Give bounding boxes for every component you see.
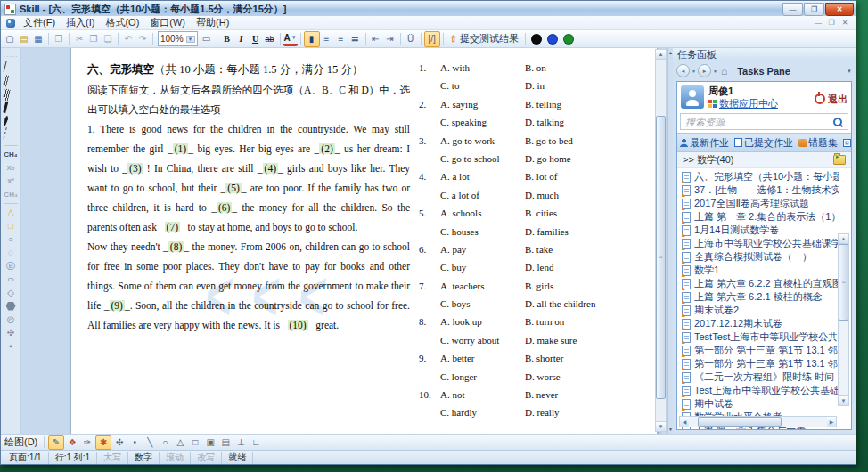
chevron-down-icon[interactable]: ▼	[692, 69, 696, 74]
list-item[interactable]: 2017全国Ⅱ卷高考理综试题	[682, 197, 839, 210]
triangle-tool[interactable]: △	[173, 436, 187, 449]
list-item[interactable]: 期中试卷	[682, 397, 839, 411]
axis-tool[interactable]: ⊥	[233, 436, 248, 449]
chevron-down-icon[interactable]: ▼	[713, 69, 717, 74]
mdi-restore-button[interactable]: ❐	[826, 19, 837, 27]
list-item[interactable]: 《二元一次方程组》限时练 时间：2017年3	[682, 370, 839, 384]
undo-button[interactable]: ↶	[121, 32, 135, 46]
tab-latest-homework[interactable]: 最新作业	[677, 136, 732, 150]
document-page[interactable]: <<< 六、完形填空（共 10 小题：每小题 1.5 分，满分 15 分） 阅读…	[70, 48, 658, 434]
square-shape-tool[interactable]: □	[3, 219, 19, 232]
document-scrollbar-thumb[interactable]	[656, 116, 666, 399]
ellipse-tool[interactable]: ○	[0, 273, 22, 286]
line-dashed-tool[interactable]	[0, 126, 20, 147]
status-dot-black[interactable]	[531, 34, 542, 45]
list-item[interactable]: 第一部分 第十三章 第1节 13.1 邻补角、对顶	[682, 344, 839, 357]
circle-shape-tool[interactable]: ○	[3, 232, 19, 246]
data-center-link[interactable]: 数据应用中心	[719, 97, 778, 110]
zoom-select[interactable]: 100%▼	[158, 31, 198, 46]
list-item[interactable]: 上篇 第六章 6.2.1 棱柱的概念	[682, 290, 839, 304]
benzene-ring-tool[interactable]: ◎	[3, 313, 19, 326]
scroll-up-icon[interactable]: ▲	[839, 234, 848, 244]
menu-item-4[interactable]: 帮助(H)	[191, 17, 234, 28]
strikethrough-button[interactable]: ab	[263, 32, 277, 46]
redo-button[interactable]: ↷	[135, 32, 150, 46]
document-scrollbar[interactable]: ▲ ▼	[655, 49, 667, 432]
save-button[interactable]: ▦	[31, 32, 45, 46]
image-tool[interactable]: ▣	[203, 436, 217, 449]
submit-results-button[interactable]: ⇧提交测试结果	[446, 32, 522, 45]
axis2-tool[interactable]: ∟	[249, 436, 263, 449]
status-dot-green[interactable]	[563, 34, 574, 45]
logout-button[interactable]: 退出	[815, 85, 848, 110]
scroll-down-icon[interactable]: ▼	[656, 421, 666, 431]
search-input[interactable]	[684, 116, 833, 128]
document-area[interactable]: <<< 六、完形填空（共 10 小题：每小题 1.5 分，满分 15 分） 阅读…	[21, 48, 667, 434]
search-icon[interactable]	[833, 118, 842, 126]
nav-forward-button[interactable]: ▸	[698, 64, 711, 77]
text-frame-button[interactable]: ▭	[200, 32, 214, 46]
align-right-button[interactable]: ≡	[334, 32, 348, 46]
list-item[interactable]: 上篇 第一章 2.集合的表示法（1）	[682, 210, 839, 224]
scroll-down-icon[interactable]: ▼	[839, 395, 848, 405]
search-box[interactable]	[680, 113, 848, 130]
maximize-button[interactable]: ❐	[804, 3, 824, 16]
menu-item-2[interactable]: 格式(O)	[100, 17, 144, 28]
new-document-button[interactable]: ▢	[3, 32, 17, 46]
list-item[interactable]: 六、完形填空（共10小题：每小题1.5分，满	[682, 170, 839, 183]
list-item[interactable]: 数学1	[682, 264, 839, 277]
atom-label-tool[interactable]: ✣	[3, 326, 19, 339]
status-dot-blue[interactable]	[547, 34, 558, 45]
scroll-right-icon[interactable]: ▶	[827, 417, 836, 427]
subscript-tool[interactable]: X₂	[3, 161, 19, 175]
superscript-tool[interactable]: X²	[3, 175, 19, 188]
h-scrollbar-thumb[interactable]	[698, 417, 782, 427]
pentagon-tool[interactable]: ◇	[3, 286, 19, 299]
format-brush-tool[interactable]: ❖	[65, 436, 79, 449]
dashed-circle-tool[interactable]: ◌	[3, 246, 19, 259]
methyl-tool[interactable]: CH₃	[3, 188, 19, 201]
dot-tool[interactable]: •	[127, 436, 142, 449]
list-item[interactable]: 37．[生物——选修1：生物技术实践]（15分	[682, 183, 839, 197]
list-item[interactable]: 期末试卷2	[682, 304, 839, 317]
indent-increase-button[interactable]: ⇥	[383, 32, 397, 46]
pencil-tool[interactable]: ✎	[48, 435, 64, 450]
nav-back-button[interactable]: ◂	[676, 64, 690, 77]
pushpin-tool[interactable]: ✑	[80, 436, 94, 449]
mdi-minimize-button[interactable]: —	[813, 19, 823, 27]
tab-search-results[interactable]: 搜索结果	[840, 136, 851, 150]
list-item[interactable]: 2017.12.12期末试卷	[682, 317, 839, 330]
scroll-up-icon[interactable]: ▲	[656, 50, 666, 60]
bold-button[interactable]: B	[220, 32, 234, 46]
menu-item-3[interactable]: 窗口(W)	[144, 17, 191, 28]
chevron-down-icon[interactable]: ▼	[847, 69, 852, 74]
list-item[interactable]: 全真综合模拟测试卷（一）	[682, 250, 839, 264]
arch-shape-tool[interactable]: △	[3, 206, 19, 219]
open-button[interactable]: ▤	[17, 32, 31, 46]
list-horizontal-scrollbar[interactable]: ◀ ▶	[679, 416, 837, 427]
image2-tool[interactable]: ▤	[218, 436, 233, 449]
list-item[interactable]: 第一部分 第十三章 第1节 13.1 邻补角、对顶	[682, 357, 839, 370]
list-scrollbar-thumb[interactable]	[839, 244, 848, 321]
mini-dot-tool[interactable]: ▪	[3, 339, 19, 353]
italic-button[interactable]: I	[234, 32, 249, 46]
line-tool[interactable]: ╲	[143, 436, 157, 449]
home-icon[interactable]: ⌂	[721, 65, 727, 77]
subject-group-row[interactable]: >> 数学(40)	[677, 152, 851, 168]
menu-item-0[interactable]: 文件(F)	[18, 17, 61, 28]
highlight-blank-button[interactable]: ▮	[304, 31, 320, 47]
font-color-button[interactable]: A▼	[283, 32, 298, 46]
menu-app-icon[interactable]	[6, 19, 15, 28]
list-item[interactable]: Test上海市中等职业学校公共基础课学业水平	[682, 384, 839, 397]
menu-item-1[interactable]: 插入(I)	[61, 17, 100, 28]
molecule-tool[interactable]: ✣	[112, 436, 127, 449]
bookmark-button[interactable]: 〓	[348, 32, 363, 46]
title-bar[interactable]: Skill - [六、完形填空（共10小题：每小题1.5分，满分15分）] — …	[1, 1, 856, 16]
list-item[interactable]: 上篇 第六章 6.2.2 直棱柱的直观图画法	[682, 277, 839, 290]
scroll-left-icon[interactable]: ◀	[680, 417, 689, 427]
benzene-b-tool[interactable]: Ⓑ	[3, 259, 19, 273]
chemical-formula-tool[interactable]: CH₄	[3, 148, 19, 161]
rect-tool[interactable]: □	[188, 436, 202, 449]
cut-button[interactable]: ✂	[72, 32, 86, 46]
tab-submitted-homework[interactable]: 已提交作业	[732, 136, 796, 150]
